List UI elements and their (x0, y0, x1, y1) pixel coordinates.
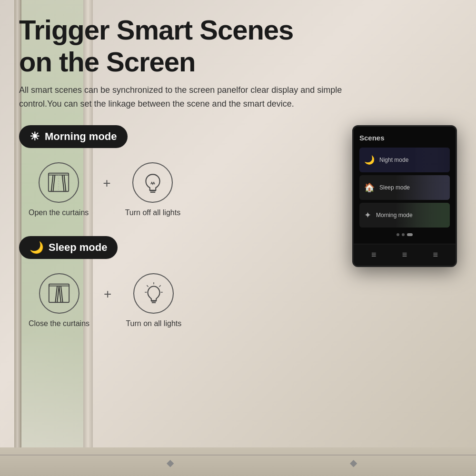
dot-2 (402, 233, 405, 236)
svg-line-12 (57, 286, 59, 303)
sleep-action-row: Close the curtains + (29, 273, 352, 328)
bulb-on-icon (133, 273, 174, 314)
scene-item-morning[interactable]: ✦ Morning mode (359, 203, 450, 228)
sleep-scene-label: Sleep mode (379, 184, 410, 191)
night-scene-label: Night mode (379, 157, 408, 163)
nav-icon-1[interactable]: ≡ (371, 250, 377, 260)
nav-icon-2[interactable]: ≡ (402, 250, 407, 260)
middle-section: ☀ Morning mode (19, 120, 457, 347)
page-title: Trigger Smart Scenes on the Screen (19, 14, 457, 78)
close-curtains-action: Close the curtains (29, 273, 89, 328)
open-curtains-action: Open the curtains (29, 162, 89, 217)
page-subtitle: All smart scenes can be synchronized to … (19, 83, 343, 111)
turn-on-lights-action: Turn on all lights (126, 273, 181, 328)
morning-scene-label: Morning mode (376, 212, 413, 218)
morning-icon: ☀ (30, 130, 40, 143)
morning-action-row: Open the curtains + (29, 162, 352, 217)
close-curtains-label: Close the curtains (29, 319, 89, 328)
svg-line-17 (147, 286, 148, 287)
svg-line-16 (159, 286, 160, 287)
morning-mode-badge[interactable]: ☀ Morning mode (19, 125, 128, 148)
device-panel: Scenes 🌙 Night mode 🏠 Sleep mode ✦ Morni… (352, 125, 457, 267)
turn-off-lights-label: Turn off all lights (125, 208, 181, 217)
main-content: Trigger Smart Scenes on the Screen All s… (0, 0, 476, 476)
plus-sign-1: + (98, 176, 115, 191)
nav-icon-3[interactable]: ≡ (433, 250, 438, 260)
curtains-close-icon (39, 273, 79, 314)
svg-line-5 (64, 175, 66, 192)
morning-mode-label: Morning mode (45, 130, 117, 143)
panel-scenes-title: Scenes (359, 134, 450, 142)
morning-scene-icon: ✦ (364, 210, 371, 220)
scene-item-night[interactable]: 🌙 Night mode (359, 148, 450, 172)
svg-line-11 (55, 286, 57, 303)
scene-item-sleep[interactable]: 🏠 Sleep mode (359, 175, 450, 200)
turn-off-lights-action: Turn off all lights (125, 162, 181, 217)
sleep-mode-badge[interactable]: 🌙 Sleep mode (19, 236, 118, 259)
svg-line-2 (51, 175, 53, 192)
curtains-open-icon (39, 162, 79, 203)
title-section: Trigger Smart Scenes on the Screen All s… (19, 14, 457, 111)
morning-mode-section: ☀ Morning mode (19, 125, 352, 217)
turn-on-lights-label: Turn on all lights (126, 319, 181, 328)
sleep-scene-icon: 🏠 (364, 182, 375, 193)
sleep-mode-label: Sleep mode (49, 241, 107, 254)
svg-line-13 (59, 286, 61, 303)
panel-screen: Scenes 🌙 Night mode 🏠 Sleep mode ✦ Morni… (354, 127, 456, 244)
bulb-off-icon (132, 162, 173, 203)
svg-line-4 (62, 175, 64, 192)
dot-1 (397, 233, 399, 236)
sleep-icon: 🌙 (30, 241, 44, 254)
night-scene-icon: 🌙 (364, 155, 375, 165)
pagination-dots (359, 230, 450, 239)
scene-diagram: ☀ Morning mode (19, 120, 352, 347)
open-curtains-label: Open the curtains (29, 208, 89, 217)
svg-line-3 (53, 175, 55, 192)
panel-nav: ≡ ≡ ≡ (354, 244, 456, 266)
plus-sign-2: + (99, 287, 116, 302)
svg-line-14 (61, 286, 63, 303)
dot-3-active (407, 233, 413, 236)
sleep-mode-section: 🌙 Sleep mode (19, 236, 352, 328)
